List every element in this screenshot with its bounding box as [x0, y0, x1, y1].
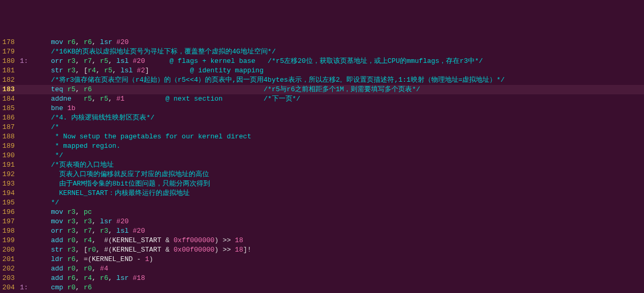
line-number: 178	[0, 38, 20, 47]
line-label	[20, 198, 35, 208]
line-content[interactable]: /*将r3值存储在页表空间（r4起始）的（r5<<4）的页表中,因一页用4byt…	[35, 75, 644, 85]
code-editor[interactable]: 178 mov r6, r6, lsr #20179 /*16KB的页表以虚拟地…	[0, 38, 644, 293]
line-content[interactable]: addne r5, r5, #1 @ next section /*下一页*/	[35, 94, 644, 104]
line-label: 1:	[20, 57, 35, 66]
line-label	[20, 66, 35, 75]
line-label	[20, 132, 35, 142]
code-line[interactable]: 178 mov r6, r6, lsr #20	[0, 38, 644, 47]
line-label	[20, 104, 35, 113]
line-number: 200	[0, 245, 20, 255]
line-content[interactable]: cmp r0, r6	[35, 283, 644, 292]
line-content[interactable]: add r0, r4, #(KERNEL_START & 0xff000000)…	[35, 236, 644, 245]
line-number: 181	[0, 66, 20, 75]
line-content[interactable]: orr r3, r7, r5, lsl #20 @ flags + kernel…	[35, 57, 644, 66]
line-label	[20, 38, 35, 47]
line-number: 199	[0, 236, 20, 245]
line-label	[20, 170, 35, 179]
code-line[interactable]: 2041: cmp r0, r6	[0, 283, 644, 292]
code-line[interactable]: 201 ldr r6, =(KERNEL_END - 1)	[0, 255, 644, 264]
line-label	[20, 255, 35, 264]
line-content[interactable]: str r3, [r4, r5, lsl #2] @ identity mapp…	[35, 66, 644, 75]
line-number: 184	[0, 94, 20, 104]
code-line[interactable]: 196 mov r3, pc	[0, 208, 644, 217]
line-label	[20, 274, 35, 283]
code-line[interactable]: 191 /*页表项的入口地址	[0, 160, 644, 170]
line-number: 202	[0, 264, 20, 274]
line-number: 183	[0, 85, 20, 94]
line-label	[20, 94, 35, 104]
line-number: 193	[0, 179, 20, 189]
line-content[interactable]: * mapped region.	[35, 142, 644, 151]
line-label	[20, 160, 35, 170]
code-line[interactable]: 188 * Now setup the pagetables for our k…	[0, 132, 644, 142]
code-line[interactable]: 181 str r3, [r4, r5, lsl #2] @ identity …	[0, 66, 644, 75]
code-line[interactable]: 202 add r0, r0, #4	[0, 264, 644, 274]
line-content[interactable]: mov r3, r3, lsr #20	[35, 217, 644, 226]
line-number: 204	[0, 283, 20, 292]
code-line[interactable]: 203 add r6, r4, r6, lsr #18	[0, 274, 644, 283]
code-line[interactable]: 197 mov r3, r3, lsr #20	[0, 217, 644, 226]
line-number: 190	[0, 151, 20, 160]
code-line[interactable]: 190 */	[0, 151, 644, 160]
code-line[interactable]: 194 KERNEL_START：内核最终运行的虚拟地址	[0, 189, 644, 198]
line-number: 191	[0, 160, 20, 170]
line-label	[20, 179, 35, 189]
line-content[interactable]: /*	[35, 123, 644, 132]
line-content[interactable]: add r0, r0, #4	[35, 264, 644, 274]
code-line[interactable]: 187 /*	[0, 123, 644, 132]
line-content[interactable]: add r6, r4, r6, lsr #18	[35, 274, 644, 283]
line-content[interactable]: teq r5, r6 /*r5与r6之前相距多个1M，则需要填写多个页表*/	[35, 85, 644, 94]
line-content[interactable]: 由于ARM指令集的8bit位图问题，只能分两次得到	[35, 179, 644, 189]
line-content[interactable]: /*页表项的入口地址	[35, 160, 644, 170]
code-line[interactable]: 185 bne 1b	[0, 104, 644, 113]
line-label	[20, 123, 35, 132]
line-number: 198	[0, 226, 20, 236]
code-line[interactable]: 189 * mapped region.	[0, 142, 644, 151]
line-content[interactable]: ldr r6, =(KERNEL_END - 1)	[35, 255, 644, 264]
line-label	[20, 264, 35, 274]
line-content[interactable]: 页表入口项的偏移就反应了对应的虚拟地址的高位	[35, 170, 644, 179]
line-number: 203	[0, 274, 20, 283]
code-line[interactable]: 193 由于ARM指令集的8bit位图问题，只能分两次得到	[0, 179, 644, 189]
code-line[interactable]: 195 */	[0, 198, 644, 208]
line-label	[20, 47, 35, 57]
line-label	[20, 85, 35, 94]
code-line[interactable]: 192 页表入口项的偏移就反应了对应的虚拟地址的高位	[0, 170, 644, 179]
line-number: 192	[0, 170, 20, 179]
code-line[interactable]: 198 orr r3, r7, r3, lsl #20	[0, 226, 644, 236]
line-label	[20, 208, 35, 217]
line-content[interactable]: KERNEL_START：内核最终运行的虚拟地址	[35, 189, 644, 198]
line-number: 187	[0, 123, 20, 132]
line-label	[20, 142, 35, 151]
code-line[interactable]: 183 teq r5, r6 /*r5与r6之前相距多个1M，则需要填写多个页表…	[0, 85, 644, 94]
line-content[interactable]: mov r6, r6, lsr #20	[35, 38, 644, 47]
line-content[interactable]: str r3, [r0, #(KERNEL_START & 0x00f00000…	[35, 245, 644, 255]
code-line[interactable]: 1801: orr r3, r7, r5, lsl #20 @ flags + …	[0, 57, 644, 66]
line-label	[20, 217, 35, 226]
line-label	[20, 151, 35, 160]
line-label	[20, 75, 35, 85]
line-number: 194	[0, 189, 20, 198]
line-content[interactable]: * Now setup the pagetables for our kerne…	[35, 132, 644, 142]
code-line[interactable]: 186 /*4. 内核逻辑线性映射区页表*/	[0, 113, 644, 123]
line-number: 195	[0, 198, 20, 208]
code-line[interactable]: 179 /*16KB的页表以虚拟地址页号为寻址下标，覆盖整个虚拟的4G地址空间*…	[0, 47, 644, 57]
line-number: 185	[0, 104, 20, 113]
line-content[interactable]: */	[35, 151, 644, 160]
line-label	[20, 226, 35, 236]
line-label: 1:	[20, 283, 35, 292]
line-content[interactable]: /*4. 内核逻辑线性映射区页表*/	[35, 113, 644, 123]
code-line[interactable]: 184 addne r5, r5, #1 @ next section /*下一…	[0, 94, 644, 104]
code-line[interactable]: 200 str r3, [r0, #(KERNEL_START & 0x00f0…	[0, 245, 644, 255]
line-number: 201	[0, 255, 20, 264]
line-content[interactable]: /*16KB的页表以虚拟地址页号为寻址下标，覆盖整个虚拟的4G地址空间*/	[35, 47, 644, 57]
line-number: 179	[0, 47, 20, 57]
line-content[interactable]: bne 1b	[35, 104, 644, 113]
line-content[interactable]: */	[35, 198, 644, 208]
line-label	[20, 245, 35, 255]
line-content[interactable]: mov r3, pc	[35, 208, 644, 217]
line-number: 189	[0, 142, 20, 151]
line-content[interactable]: orr r3, r7, r3, lsl #20	[35, 226, 644, 236]
code-line[interactable]: 182 /*将r3值存储在页表空间（r4起始）的（r5<<4）的页表中,因一页用…	[0, 75, 644, 85]
code-line[interactable]: 199 add r0, r4, #(KERNEL_START & 0xff000…	[0, 236, 644, 245]
